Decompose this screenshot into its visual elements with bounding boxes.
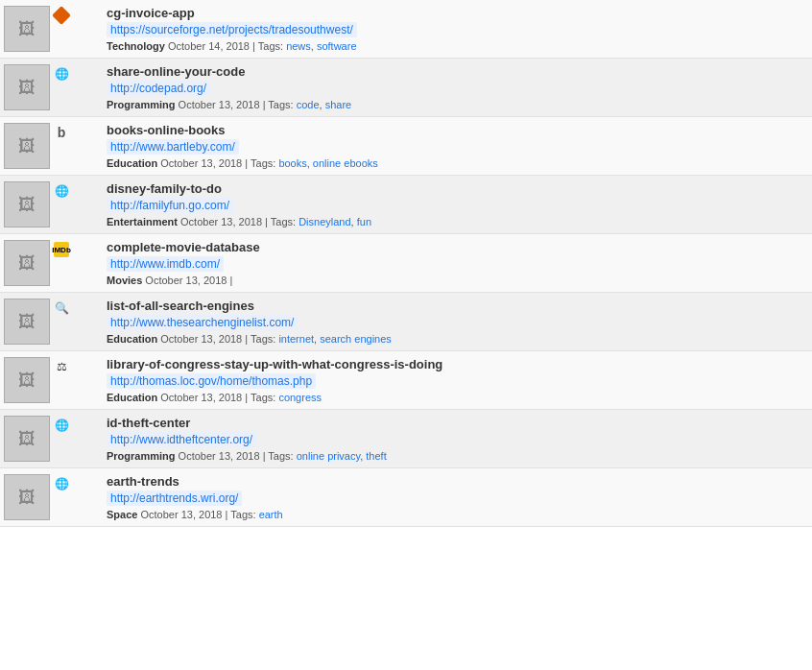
thumbnail-placeholder-icon: 🖼 [18,488,36,508]
list-item: 🖼disney-family-to-dohttp://familyfun.go.… [0,176,812,234]
category-label: Space [107,509,137,520]
left-col: 🖼b [0,117,101,175]
favicon [54,66,69,82]
thumbnail-placeholder-icon: 🖼 [18,195,36,215]
tag-link[interactable]: software [317,40,357,52]
category-label: Programming [107,450,176,462]
favicon [54,183,69,199]
tag-link[interactable]: search engines [320,333,392,345]
tag-link[interactable]: congress [278,392,322,403]
right-col: list-of-all-search-engineshttp://www.the… [101,293,812,350]
bookmark-title: disney-family-to-do [107,181,806,196]
favicon: IMDb [54,242,69,257]
list-item: 🖼cg-invoice-apphttps://sourceforge.net/p… [0,0,812,59]
imdb-icon: IMDb [54,242,69,257]
tag-link[interactable]: news [286,40,311,52]
bookmark-title: list-of-all-search-engines [107,299,806,313]
thumbnail: 🖼 [4,6,50,52]
category-label: Programming [107,99,176,110]
right-col: complete-movie-databasehttp://www.imdb.c… [101,234,812,292]
thumbnail: 🖼 [4,299,50,345]
bookmark-url-link[interactable]: http://thomas.loc.gov/home/thomas.php [107,373,316,389]
category-label: Education [107,157,157,169]
thumbnail-placeholder-icon: 🖼 [18,371,36,391]
bookmark-url-link[interactable]: http://www.imdb.com/ [107,256,224,272]
bookmark-url: https://sourceforge.net/projects/tradeso… [107,22,806,37]
search-icon [55,301,69,315]
tag-link[interactable]: earth [259,509,283,520]
bookmark-title: share-online-your-code [107,64,806,79]
bookmark-meta: Entertainment October 13, 2018 | Tags: D… [107,216,806,227]
bookmark-url-link[interactable]: http://www.thesearchenginelist.com/ [107,315,298,330]
bookmark-meta: Programming October 13, 2018 | Tags: cod… [107,99,806,110]
tag-link[interactable]: online privacy [297,450,360,462]
bookmark-url-link[interactable]: http://earthtrends.wri.org/ [107,491,242,506]
list-item: 🖼list-of-all-search-engineshttp://www.th… [0,293,812,351]
right-col: library-of-congress-stay-up-with-what-co… [101,351,812,409]
bookmark-url-link[interactable]: http://www.idtheftcenter.org/ [107,432,256,447]
b-icon: b [58,125,66,140]
bookmark-url-link[interactable]: http://www.bartleby.com/ [107,139,239,155]
bookmark-url: http://www.imdb.com/ [107,256,806,272]
thumbnail: 🖼 [4,240,50,286]
thumbnail: 🖼 [4,64,50,110]
list-item: 🖼id-theft-centerhttp://www.idtheftcenter… [0,410,812,468]
diamond-icon [52,6,71,25]
bookmark-url: http://www.idtheftcenter.org/ [107,432,806,447]
bookmark-url: http://familyfun.go.com/ [107,198,806,213]
favicon [54,476,69,491]
date-label: October 13, 2018 [140,509,222,520]
bookmark-url-link[interactable]: http://familyfun.go.com/ [107,198,233,213]
list-item: 🖼bbooks-online-bookshttp://www.bartleby.… [0,117,812,176]
date-label: October 13, 2018 [160,157,242,169]
tag-link[interactable]: books [278,157,306,169]
bookmark-list: 🖼cg-invoice-apphttps://sourceforge.net/p… [0,0,812,527]
thumbnail-placeholder-icon: 🖼 [18,312,36,332]
bookmark-url: http://www.thesearchenginelist.com/ [107,315,806,330]
list-item: 🖼library-of-congress-stay-up-with-what-c… [0,351,812,410]
thumbnail: 🖼 [4,357,50,403]
thumbnail: 🖼 [4,474,50,520]
bookmark-title: earth-trends [107,474,806,489]
bookmark-meta: Education October 13, 2018 | Tags: inter… [107,333,806,345]
date-label: October 13, 2018 [160,392,242,403]
thumbnail-placeholder-icon: 🖼 [18,19,36,39]
right-col: id-theft-centerhttp://www.idtheftcenter.… [101,410,812,467]
tag-link[interactable]: share [325,99,352,110]
bookmark-url: http://codepad.org/ [107,81,806,96]
thumbnail: 🖼 [4,181,50,227]
thumbnail: 🖼 [4,416,50,462]
bookmark-title: complete-movie-database [107,240,806,254]
thumbnail: 🖼 [4,123,50,169]
left-col: 🖼 [0,293,101,350]
date-label: October 14, 2018 [168,40,250,52]
favicon [54,418,69,433]
category-label: Movies [107,275,142,286]
right-col: earth-trendshttp://earthtrends.wri.org/S… [101,468,812,526]
left-col: 🖼 [0,468,101,526]
right-col: books-online-bookshttp://www.bartleby.co… [101,117,812,175]
category-label: Entertainment [107,216,178,227]
bookmark-url-link[interactable]: https://sourceforge.net/projects/tradeso… [107,22,357,37]
tag-link[interactable]: code [297,99,320,110]
bookmark-url-link[interactable]: http://codepad.org/ [107,81,210,96]
tag-link[interactable]: online ebooks [313,157,378,169]
tag-link[interactable]: fun [357,216,371,227]
tag-link[interactable]: internet [278,333,314,345]
thumbnail-placeholder-icon: 🖼 [18,253,36,274]
category-label: Education [107,333,157,345]
left-col: 🖼 [0,0,101,58]
date-label: October 13, 2018 [160,333,242,345]
date-label: October 13, 2018 [145,275,227,286]
thumbnail-placeholder-icon: 🖼 [18,78,36,98]
tag-link[interactable]: Disneyland [299,216,350,227]
date-label: October 13, 2018 [179,450,260,462]
list-item: 🖼earth-trendshttp://earthtrends.wri.org/… [0,468,812,527]
favicon [54,359,69,374]
bookmark-meta: Technology October 14, 2018 | Tags: news… [107,40,806,52]
tag-link[interactable]: theft [366,450,386,462]
favicon [54,8,69,23]
right-col: share-online-your-codehttp://codepad.org… [101,59,812,116]
right-col: disney-family-to-dohttp://familyfun.go.c… [101,176,812,233]
category-label: Education [107,392,157,403]
